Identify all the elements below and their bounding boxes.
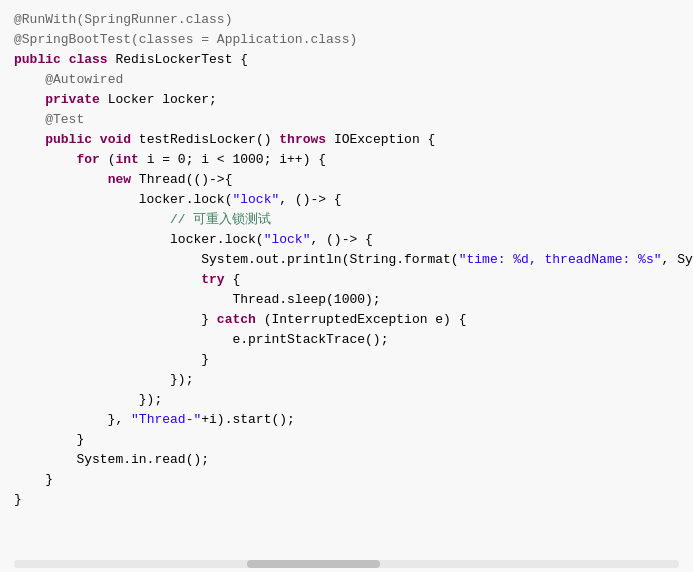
code-line: } xyxy=(14,350,693,370)
code-line: new Thread(()->{​ xyxy=(14,170,693,190)
code-line: } xyxy=(14,430,693,450)
code-token: "Thread-" xyxy=(131,410,201,430)
code-token xyxy=(14,90,45,110)
code-token: int xyxy=(115,150,138,170)
code-token: public xyxy=(14,50,61,70)
code-token: "lock" xyxy=(264,230,311,250)
code-token: @SpringBootTest(classes = Application.cl… xyxy=(14,30,357,50)
code-token: Locker locker; xyxy=(100,90,217,110)
code-line: // 可重入锁测试 xyxy=(14,210,693,230)
code-token: ( xyxy=(100,150,116,170)
code-token: +i).start(); xyxy=(201,410,295,430)
code-token: @RunWith(SpringRunner.class) xyxy=(14,10,232,30)
code-editor: @RunWith(SpringRunner.class)@SpringBootT… xyxy=(0,0,693,572)
code-token: testRedisLocker() xyxy=(131,130,279,150)
code-line: } xyxy=(14,470,693,490)
code-token: , ()-> { xyxy=(310,230,372,250)
code-line: } catch (InterruptedException e) { xyxy=(14,310,693,330)
code-line: locker.lock("lock", ()-> { xyxy=(14,190,693,210)
code-token: i = 0; i < 1000; i++) { xyxy=(139,150,326,170)
code-token: "time: %d, threadName: %s" xyxy=(459,250,662,270)
code-line: private Locker locker; xyxy=(14,90,693,110)
code-token xyxy=(14,150,76,170)
code-token xyxy=(14,210,170,230)
code-line: Thread.sleep(1000); xyxy=(14,290,693,310)
code-line: @Test xyxy=(14,110,693,130)
code-token: void xyxy=(100,130,131,150)
code-token: } xyxy=(14,490,22,510)
code-line: @RunWith(SpringRunner.class) xyxy=(14,10,693,30)
code-token: } xyxy=(14,470,53,490)
code-line: e.printStackTrace(); xyxy=(14,330,693,350)
code-token: new xyxy=(108,170,131,190)
code-token: for xyxy=(76,150,99,170)
code-token: public xyxy=(45,130,92,150)
code-token: (InterruptedException e) { xyxy=(256,310,467,330)
code-token: System.out.println(String.format( xyxy=(14,250,459,270)
code-line: public class RedisLockerTest { xyxy=(14,50,693,70)
code-token: // 可重入锁测试 xyxy=(170,210,271,230)
code-token: }); xyxy=(14,370,193,390)
code-line: @Autowired xyxy=(14,70,693,90)
code-token xyxy=(14,170,108,190)
code-token: throws xyxy=(279,130,326,150)
code-line: }, "Thread-"+i).start(); xyxy=(14,410,693,430)
code-line: for (int i = 0; i < 1000; i++) { xyxy=(14,150,693,170)
code-token xyxy=(14,270,201,290)
code-token: }); xyxy=(14,390,162,410)
code-token xyxy=(92,130,100,150)
code-line: locker.lock("lock", ()-> { xyxy=(14,230,693,250)
code-line: } xyxy=(14,490,693,510)
code-token: } xyxy=(14,430,84,450)
code-token: locker.lock( xyxy=(14,190,232,210)
code-line: }); xyxy=(14,370,693,390)
code-token xyxy=(61,50,69,70)
code-token: Thread(()->{​ xyxy=(131,170,232,190)
code-token: @Autowired xyxy=(45,70,123,90)
code-line: public void testRedisLocker() throws IOE… xyxy=(14,130,693,150)
code-token: try xyxy=(201,270,224,290)
code-token: e.printStackTrace(); xyxy=(14,330,388,350)
code-token xyxy=(14,110,45,130)
code-line: @SpringBootTest(classes = Application.cl… xyxy=(14,30,693,50)
code-token: , ()-> { xyxy=(279,190,341,210)
code-line: }); xyxy=(14,390,693,410)
code-token: Thread.sleep(1000); xyxy=(14,290,381,310)
code-token: } xyxy=(14,350,209,370)
code-token: System.in.read(); xyxy=(14,450,209,470)
code-token: RedisLockerTest { xyxy=(108,50,248,70)
code-token: @Test xyxy=(45,110,84,130)
code-token: class xyxy=(69,50,108,70)
code-token: }, xyxy=(14,410,131,430)
code-token: , Sy xyxy=(662,250,693,270)
code-line: try { xyxy=(14,270,693,290)
code-token: locker.lock( xyxy=(14,230,264,250)
code-token: IOException { xyxy=(326,130,435,150)
code-token: catch xyxy=(217,310,256,330)
code-line: System.out.println(String.format("time: … xyxy=(14,250,693,270)
horizontal-scrollbar[interactable] xyxy=(14,560,679,568)
code-token: private xyxy=(45,90,100,110)
code-line: System.in.read(); xyxy=(14,450,693,470)
code-token: "lock" xyxy=(232,190,279,210)
code-token xyxy=(14,130,45,150)
code-token: } xyxy=(14,310,217,330)
code-token xyxy=(14,70,45,90)
scrollbar-thumb[interactable] xyxy=(247,560,380,568)
code-token: { xyxy=(225,270,241,290)
